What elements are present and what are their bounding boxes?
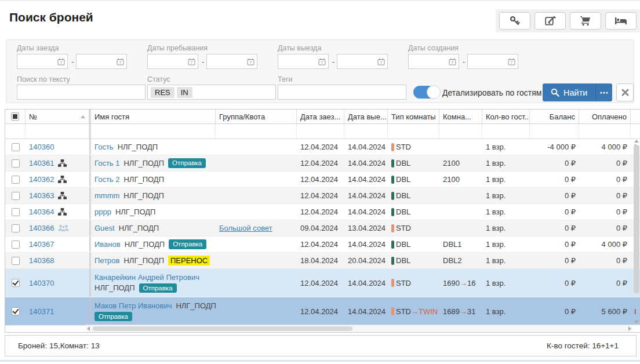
calendar-icon[interactable]: 7 bbox=[318, 58, 326, 65]
vertical-scroll-thumb[interactable] bbox=[634, 145, 639, 293]
table-row[interactable]: 140366GuestНЛГ_ПОДПБольшой совет09.04.20… bbox=[5, 220, 640, 236]
key-button[interactable] bbox=[499, 12, 530, 30]
horizontal-scroll-thumb[interactable] bbox=[93, 326, 352, 331]
select-all-header[interactable] bbox=[5, 110, 26, 123]
cart-button[interactable] bbox=[570, 12, 601, 30]
filter-cell-name[interactable] bbox=[89, 124, 216, 139]
row-checkbox[interactable] bbox=[12, 241, 20, 249]
guest-name-link[interactable]: Гость 2 bbox=[94, 175, 119, 184]
select-all-checkbox[interactable] bbox=[11, 112, 19, 121]
row-checkbox[interactable] bbox=[12, 159, 20, 168]
status-chip[interactable]: RES bbox=[151, 87, 174, 98]
group-link[interactable]: Большой совет bbox=[219, 224, 272, 232]
row-checkbox[interactable] bbox=[12, 279, 20, 287]
detail-by-guests-toggle[interactable] bbox=[413, 86, 440, 99]
status-input[interactable]: RESIN bbox=[147, 85, 276, 100]
column-header-departure[interactable]: Дата вые... bbox=[344, 110, 388, 123]
table-row[interactable]: 140363mmmmНЛГ_ПОДП12.04.202414.04.2024DB… bbox=[5, 188, 640, 204]
creation-date-from-input[interactable]: 7 bbox=[408, 54, 459, 69]
booking-id-link[interactable]: 140371 bbox=[29, 307, 54, 316]
calendar-icon[interactable]: 7 bbox=[57, 58, 65, 65]
table-row[interactable]: 140360ГостьНЛГ_ПОДП12.04.202414.04.2024S… bbox=[5, 139, 640, 155]
calendar-icon[interactable]: 7 bbox=[449, 58, 456, 65]
stay-date-to-input[interactable]: 7 bbox=[206, 54, 257, 69]
filter-cell-group[interactable] bbox=[216, 124, 297, 139]
guest-name-link[interactable]: pppp bbox=[94, 208, 111, 216]
filter-cell-balance[interactable] bbox=[530, 124, 579, 139]
bed-button[interactable] bbox=[605, 12, 637, 30]
arrival-date-to-input[interactable]: 7 bbox=[76, 54, 127, 69]
horizontal-scrollbar[interactable] bbox=[86, 325, 632, 332]
calendar-icon[interactable]: 7 bbox=[247, 58, 254, 65]
find-options-button[interactable] bbox=[595, 83, 612, 101]
column-header-paid[interactable]: Оплачено bbox=[579, 110, 631, 123]
creation-date-to-input[interactable]: 7 bbox=[467, 54, 518, 69]
scroll-right-icon[interactable] bbox=[628, 326, 631, 331]
booking-id-link[interactable]: 140364 bbox=[29, 208, 54, 216]
arrival-date-from-input[interactable]: 7 bbox=[17, 54, 68, 69]
column-header-balance[interactable]: Баланс bbox=[530, 110, 579, 123]
booking-id-link[interactable]: 140363 bbox=[29, 191, 54, 200]
edit-button[interactable] bbox=[534, 12, 566, 30]
guest-name-link[interactable]: Гость bbox=[94, 143, 114, 151]
calendar-icon[interactable]: 7 bbox=[188, 58, 195, 65]
row-checkbox[interactable] bbox=[12, 224, 20, 232]
booking-id-link[interactable]: 140360 bbox=[29, 143, 54, 151]
clear-button[interactable] bbox=[616, 83, 634, 101]
find-button[interactable]: Найти bbox=[543, 83, 595, 101]
filter-cell-id[interactable] bbox=[26, 124, 89, 139]
row-checkbox[interactable] bbox=[12, 208, 20, 216]
calendar-icon[interactable]: 7 bbox=[117, 58, 124, 65]
text-search-input[interactable] bbox=[17, 85, 146, 100]
filter-cell-departure[interactable] bbox=[344, 124, 388, 139]
vertical-scrollbar[interactable] bbox=[634, 140, 639, 323]
column-header-id[interactable]: № bbox=[26, 110, 89, 123]
booking-id-link[interactable]: 140366 bbox=[29, 224, 54, 232]
guest-name-link[interactable]: Петров bbox=[94, 256, 119, 265]
booking-id-link[interactable]: 140368 bbox=[29, 256, 54, 265]
filter-cell[interactable] bbox=[5, 124, 26, 139]
calendar-icon[interactable]: 7 bbox=[508, 58, 515, 65]
column-header-guests[interactable]: Кол-во гост... bbox=[482, 110, 530, 123]
row-checkbox[interactable] bbox=[12, 143, 20, 151]
row-checkbox[interactable] bbox=[12, 307, 20, 315]
column-header-arrival[interactable]: Дата заез... bbox=[297, 110, 344, 123]
filter-cell-guests[interactable] bbox=[482, 124, 530, 139]
row-checkbox[interactable] bbox=[12, 192, 20, 200]
guest-name-link[interactable]: Маков Петр Иванович bbox=[94, 301, 172, 310]
guest-name-link[interactable]: Иванов bbox=[94, 240, 121, 249]
filter-cell-arrival[interactable] bbox=[297, 124, 344, 139]
stay-date-from-input[interactable]: 7 bbox=[147, 54, 198, 69]
filter-cell-room_type[interactable] bbox=[388, 124, 439, 139]
table-row[interactable]: 140361Гость 1НЛГ_ПОДПОтправка12.04.20241… bbox=[5, 155, 640, 172]
row-checkbox[interactable] bbox=[12, 257, 20, 265]
scroll-left-icon[interactable] bbox=[87, 326, 90, 331]
table-row[interactable]: 140362Гость 2НЛГ_ПОДП12.04.202414.04.202… bbox=[5, 172, 640, 188]
filter-cell-room[interactable] bbox=[439, 124, 482, 139]
table-row[interactable]: 140367ИвановНЛГ_ПОДПОтправка12.04.202414… bbox=[5, 236, 640, 253]
booking-id-link[interactable]: 140370 bbox=[29, 279, 54, 287]
column-header-name[interactable]: Имя гостя bbox=[89, 110, 216, 123]
scroll-down-icon[interactable] bbox=[634, 321, 639, 323]
booking-id-link[interactable]: 140361 bbox=[29, 159, 54, 168]
booking-id-link[interactable]: 140367 bbox=[29, 240, 54, 249]
column-header-group[interactable]: Группа/Квота bbox=[216, 110, 297, 123]
table-row[interactable]: 140370Канарейкин Андрей ПетровичНЛГ_ПОДП… bbox=[5, 269, 640, 297]
guest-name-link[interactable]: Канарейкин Андрей Петрович bbox=[94, 273, 199, 282]
column-header-room_type[interactable]: Тип комнаты bbox=[388, 110, 439, 123]
guest-name-link[interactable]: Гость 1 bbox=[94, 159, 119, 168]
table-row[interactable]: 140371Маков Петр ИвановичНЛГ_ПОДПОтправк… bbox=[5, 297, 640, 326]
booking-id-link[interactable]: 140362 bbox=[29, 175, 54, 184]
departure-date-from-input[interactable]: 7 bbox=[278, 54, 329, 69]
table-row[interactable]: 140364ppppНЛГ_ПОДП12.04.202414.04.2024DB… bbox=[5, 204, 640, 220]
departure-date-to-input[interactable]: 7 bbox=[337, 54, 388, 69]
guest-name-link[interactable]: mmmm bbox=[94, 191, 119, 200]
tags-input[interactable] bbox=[278, 85, 406, 100]
guest-name-link[interactable]: Guest bbox=[94, 224, 115, 232]
scroll-up-icon[interactable] bbox=[634, 140, 639, 143]
row-checkbox[interactable] bbox=[12, 176, 20, 184]
filter-cell-paid[interactable] bbox=[579, 124, 631, 139]
table-row[interactable]: 140368ПетровНЛГ_ПОДППЕРЕНОС18.04.202420.… bbox=[5, 253, 640, 269]
calendar-icon[interactable]: 7 bbox=[377, 58, 385, 65]
status-chip[interactable]: IN bbox=[177, 87, 192, 98]
